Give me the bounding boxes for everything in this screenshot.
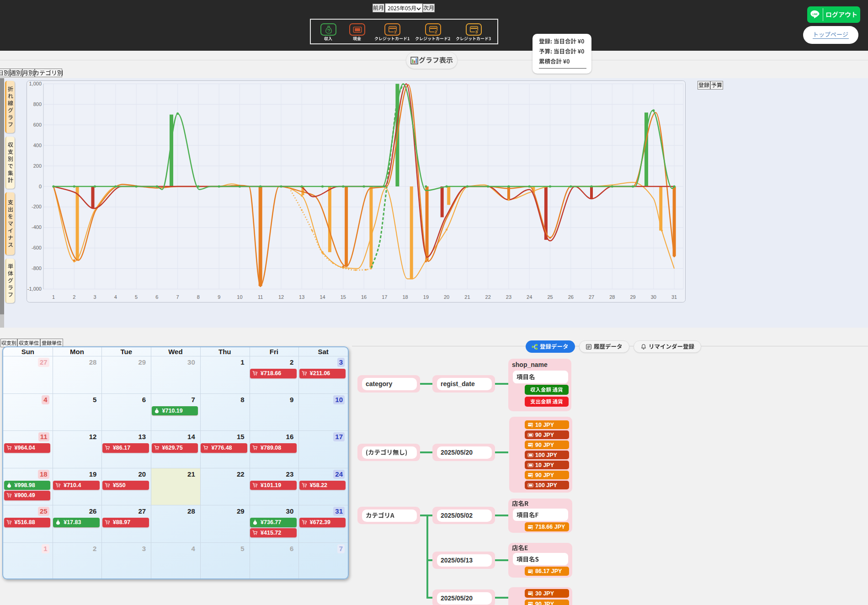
svg-text:400: 400 [33, 143, 42, 148]
svg-text:5: 5 [135, 294, 138, 300]
svg-text:6: 6 [155, 294, 158, 300]
svg-text:25: 25 [547, 294, 553, 300]
svg-text:13: 13 [299, 294, 304, 300]
svg-text:29: 29 [630, 294, 635, 300]
svg-text:-200: -200 [32, 204, 42, 209]
svg-text:3: 3 [93, 294, 96, 300]
svg-text:28: 28 [609, 294, 615, 300]
svg-text:2: 2 [532, 571, 533, 574]
svg-text:2: 2 [73, 294, 75, 300]
svg-text:24: 24 [527, 294, 532, 300]
svg-text:8: 8 [197, 294, 200, 300]
svg-text:10: 10 [237, 294, 242, 300]
svg-text:4: 4 [114, 294, 117, 300]
svg-text:20: 20 [444, 294, 449, 300]
svg-text:-1,000: -1,000 [27, 286, 42, 292]
svg-text:2: 2 [532, 425, 533, 428]
svg-text:22: 22 [485, 294, 491, 300]
svg-text:19: 19 [423, 294, 429, 300]
svg-text:17: 17 [382, 294, 387, 300]
svg-text:11: 11 [258, 294, 263, 300]
svg-text:2: 2 [434, 29, 437, 34]
svg-text:30: 30 [651, 294, 656, 300]
svg-text:15: 15 [341, 294, 346, 300]
svg-text:1,000: 1,000 [29, 81, 42, 86]
svg-text:0: 0 [39, 184, 42, 189]
svg-text:LINE: LINE [813, 13, 818, 16]
svg-text:2: 2 [532, 445, 533, 448]
svg-text:2: 2 [532, 475, 533, 478]
svg-text:3: 3 [475, 29, 477, 34]
svg-text:26: 26 [568, 294, 574, 300]
svg-text:-800: -800 [32, 265, 42, 271]
svg-text:12: 12 [278, 294, 284, 300]
svg-text:800: 800 [33, 101, 42, 107]
svg-text:-400: -400 [32, 224, 42, 230]
svg-text:14: 14 [320, 294, 325, 300]
svg-text:31: 31 [671, 294, 677, 300]
svg-text:16: 16 [361, 294, 367, 300]
svg-text:9: 9 [218, 294, 220, 300]
svg-text:18: 18 [402, 294, 408, 300]
svg-text:7: 7 [176, 294, 179, 300]
svg-text:-600: -600 [32, 245, 42, 250]
svg-text:1: 1 [394, 29, 396, 34]
svg-text:2: 2 [532, 527, 533, 530]
svg-text:200: 200 [33, 163, 42, 169]
svg-text:1: 1 [52, 294, 55, 300]
svg-text:600: 600 [33, 122, 42, 127]
svg-text:1: 1 [532, 594, 533, 596]
svg-text:21: 21 [464, 294, 470, 300]
svg-text:23: 23 [506, 294, 511, 300]
svg-text:27: 27 [589, 294, 594, 300]
